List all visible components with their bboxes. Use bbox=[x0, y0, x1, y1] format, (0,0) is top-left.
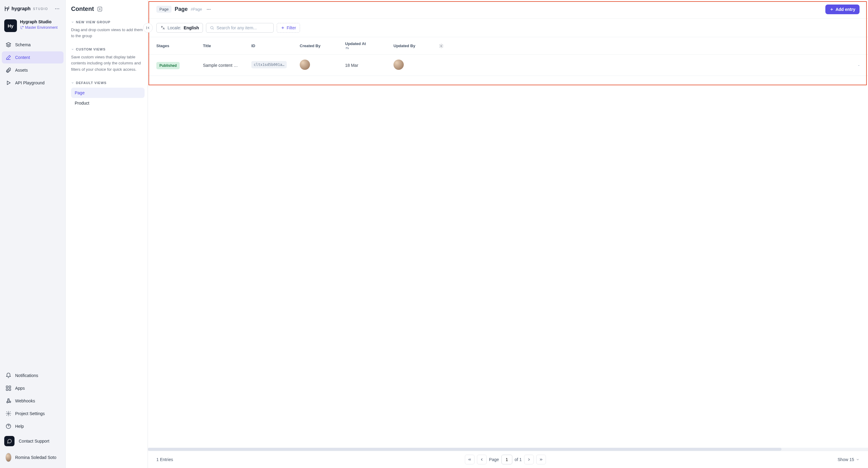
project-name: Hygraph Studio bbox=[20, 19, 58, 24]
view-group-new-header[interactable]: NEW VIEW GROUP bbox=[71, 20, 145, 24]
content-header: Page Page #Page Add entry bbox=[148, 0, 868, 19]
chevrons-right-icon bbox=[539, 458, 543, 462]
page-size-select[interactable]: Show 15 bbox=[838, 457, 860, 462]
project-avatar: Hy bbox=[4, 19, 17, 32]
nav-help[interactable]: Help bbox=[2, 420, 63, 432]
search-input-wrap[interactable] bbox=[206, 23, 274, 33]
svg-point-8 bbox=[9, 401, 11, 403]
add-entry-button[interactable]: Add entry bbox=[825, 4, 860, 14]
translate-icon bbox=[160, 25, 165, 30]
pager-first[interactable] bbox=[465, 455, 474, 464]
collapse-left-icon bbox=[146, 25, 150, 30]
play-icon bbox=[5, 80, 11, 86]
view-group-default-header[interactable]: DEFAULT VIEWS bbox=[71, 81, 145, 85]
paperclip-icon bbox=[5, 67, 11, 73]
entries-count: 1 Entries bbox=[156, 457, 173, 462]
svg-point-13 bbox=[207, 9, 208, 9]
footer: 1 Entries Page of 1 Show 15 bbox=[148, 451, 868, 468]
page-label: Page bbox=[489, 457, 499, 462]
chevron-left-icon bbox=[480, 458, 484, 462]
pager-last[interactable] bbox=[536, 455, 546, 464]
view-item-product[interactable]: Product bbox=[71, 98, 145, 108]
chevron-down-icon bbox=[71, 81, 74, 84]
view-group-custom-desc: Save custom views that display table con… bbox=[71, 54, 145, 72]
search-input[interactable] bbox=[217, 25, 270, 30]
bell-icon bbox=[5, 372, 11, 378]
created-by-avatar[interactable] bbox=[300, 60, 310, 70]
project-env[interactable]: Master Environment bbox=[20, 25, 58, 30]
nav-contact-support[interactable]: Contact Support bbox=[2, 433, 63, 449]
hscroll-thumb[interactable] bbox=[148, 448, 781, 451]
hscroll-track[interactable] bbox=[148, 448, 868, 451]
nav-assets[interactable]: Assets bbox=[2, 64, 63, 76]
collapse-panel-button[interactable] bbox=[143, 23, 153, 33]
pager-prev[interactable] bbox=[477, 455, 487, 464]
svg-point-0 bbox=[55, 8, 56, 9]
view-group-default: DEFAULT VIEWS Page Product bbox=[71, 81, 145, 108]
th-settings[interactable] bbox=[435, 37, 868, 55]
cell-id[interactable]: cltx1sd5b001a… bbox=[251, 61, 287, 68]
nav-apps[interactable]: Apps bbox=[2, 382, 63, 394]
svg-point-2 bbox=[58, 8, 59, 9]
page-input[interactable] bbox=[501, 455, 512, 464]
page-of: of 1 bbox=[515, 457, 522, 462]
view-group-custom: CUSTOM VIEWS Save custom views that disp… bbox=[71, 48, 145, 72]
nav-webhooks[interactable]: Webhooks bbox=[2, 395, 63, 407]
th-stages[interactable]: Stages bbox=[148, 37, 199, 55]
layers-icon bbox=[5, 42, 11, 48]
pager: Page of 1 bbox=[465, 455, 546, 464]
gear-icon bbox=[5, 411, 11, 416]
main-content: Page Page #Page Add entry Locale: Englis… bbox=[148, 0, 868, 468]
table-settings-icon[interactable] bbox=[439, 43, 863, 49]
header-more-icon[interactable] bbox=[205, 6, 212, 13]
chat-icon bbox=[4, 436, 14, 446]
nav-schema[interactable]: Schema bbox=[2, 39, 63, 51]
add-view-icon[interactable] bbox=[97, 6, 102, 12]
nav-content[interactable]: Content bbox=[2, 52, 63, 63]
view-group-new: NEW VIEW GROUP Drag and drop custom view… bbox=[71, 20, 145, 39]
svg-point-17 bbox=[441, 45, 442, 46]
nav-user[interactable]: Romina Soledad Soto bbox=[2, 450, 63, 465]
svg-rect-5 bbox=[6, 389, 8, 391]
locale-selector[interactable]: Locale: English bbox=[156, 23, 203, 33]
breadcrumb-chip[interactable]: Page bbox=[156, 6, 172, 13]
project-card[interactable]: Hy Hygraph Studio Master Environment bbox=[2, 17, 63, 34]
branch-icon bbox=[20, 26, 24, 30]
nav-project-settings[interactable]: Project Settings bbox=[2, 408, 63, 419]
page-hash: #Page bbox=[190, 7, 202, 11]
nav-notifications[interactable]: Notifications bbox=[2, 369, 63, 381]
brand-header: hygraph STUDIO bbox=[2, 3, 63, 17]
svg-point-16 bbox=[211, 26, 213, 29]
views-title: Content bbox=[71, 5, 94, 12]
svg-point-10 bbox=[8, 413, 9, 414]
filter-button[interactable]: Filter bbox=[277, 23, 300, 33]
toolbar: Locale: English Filter bbox=[148, 19, 868, 37]
brand-suffix: STUDIO bbox=[33, 7, 48, 10]
brand-more-icon[interactable] bbox=[53, 5, 61, 13]
nav-primary: Schema Content Assets API Playground bbox=[2, 39, 63, 89]
view-group-custom-header[interactable]: CUSTOM VIEWS bbox=[71, 48, 145, 51]
updated-by-avatar[interactable] bbox=[394, 60, 404, 70]
brand-logo[interactable]: hygraph STUDIO bbox=[4, 6, 48, 11]
webhook-icon bbox=[5, 398, 11, 404]
table-row[interactable]: Published Sample content … cltx1sd5b001a… bbox=[148, 55, 868, 76]
th-updated-by[interactable]: Updated By bbox=[390, 37, 435, 55]
th-updated-at[interactable]: Updated At bbox=[341, 37, 390, 55]
nav-api-playground[interactable]: API Playground bbox=[2, 77, 63, 89]
th-id[interactable]: ID bbox=[248, 37, 296, 55]
svg-rect-6 bbox=[9, 389, 11, 391]
table-wrap[interactable]: Stages Title ID Created By Updated At Up… bbox=[148, 37, 868, 448]
chevron-right-icon bbox=[527, 458, 531, 462]
th-created-by[interactable]: Created By bbox=[296, 37, 341, 55]
help-icon bbox=[5, 423, 11, 429]
th-title[interactable]: Title bbox=[199, 37, 248, 55]
chevron-down-icon bbox=[71, 21, 74, 24]
content-table: Stages Title ID Created By Updated At Up… bbox=[148, 37, 868, 76]
svg-rect-4 bbox=[9, 386, 11, 388]
pager-next[interactable] bbox=[524, 455, 534, 464]
locale-label: Locale: bbox=[167, 25, 181, 30]
view-group-new-desc: Drag and drop custom views to add them t… bbox=[71, 27, 145, 39]
view-item-page[interactable]: Page bbox=[71, 88, 145, 98]
nav-secondary: Notifications Apps Webhooks Project Sett… bbox=[2, 369, 63, 465]
svg-point-1 bbox=[57, 8, 58, 9]
